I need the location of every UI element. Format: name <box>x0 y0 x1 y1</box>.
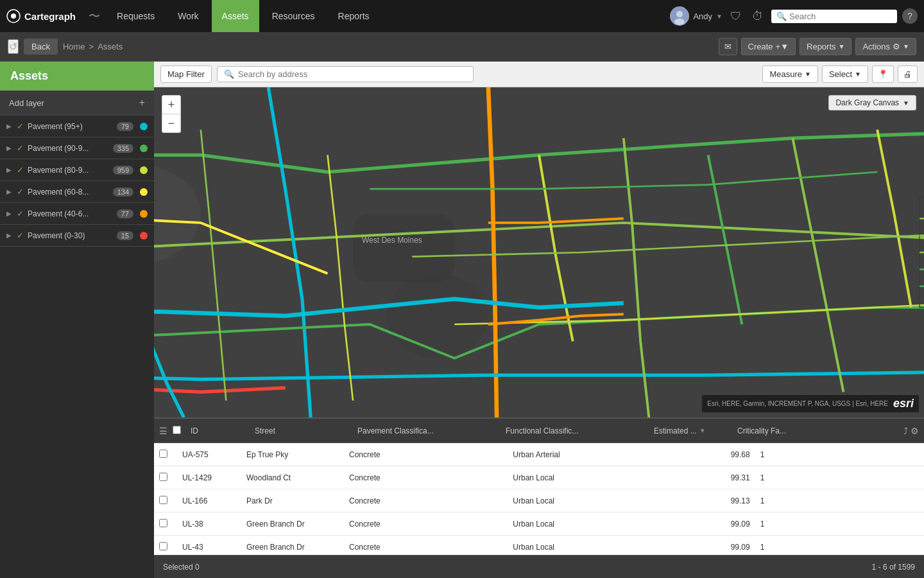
row-checkbox[interactable] <box>159 496 167 504</box>
print-button[interactable]: 🖨 <box>898 66 918 83</box>
export-icon[interactable]: ⤴ <box>903 426 908 436</box>
route-icon: 〜 <box>89 8 100 24</box>
map-filter-button[interactable]: Map Filter <box>160 66 212 83</box>
column-header-estimated[interactable]: Estimated ... ▼ <box>649 426 732 435</box>
map-toolbar: Map Filter 🔍 Measure ▼ Select ▼ 📍 🖨 <box>154 62 924 87</box>
table-rows: UA-575 Ep True Pky Concrete Urban Arteri… <box>154 443 924 555</box>
table-row[interactable]: UA-575 Ep True Pky Concrete Urban Arteri… <box>154 443 924 466</box>
history-icon[interactable]: ⏱ <box>749 10 766 23</box>
row-checkbox[interactable] <box>159 450 167 458</box>
notification-button[interactable]: ✉ <box>719 38 737 55</box>
table-row[interactable]: UL-43 Green Branch Dr Concrete Urban Loc… <box>154 536 924 555</box>
row-checkbox[interactable] <box>159 473 167 481</box>
nav-requests[interactable]: Requests <box>107 0 165 32</box>
zoom-controls: + − <box>162 95 181 133</box>
table-filter-icon[interactable]: ☰ <box>159 426 167 436</box>
map-svg <box>154 87 924 417</box>
layer-item[interactable]: ▶ ✓ Pavement (60-8... 134 <box>0 181 154 203</box>
shield-icon[interactable]: 🛡 <box>728 10 744 23</box>
layer-check-icon: ✓ <box>17 143 24 153</box>
layer-list: ▶ ✓ Pavement (95+) 79 ▶ ✓ Pavement (90-9… <box>0 116 154 247</box>
add-layer-button[interactable]: Add layer + <box>0 91 154 116</box>
svg-point-4 <box>674 19 685 25</box>
nav-assets[interactable]: Assets <box>212 0 259 32</box>
cell-pavement: Concrete <box>344 473 508 482</box>
cell-id: UL-166 <box>177 496 241 505</box>
nav-work[interactable]: Work <box>167 0 209 32</box>
cell-pavement: Concrete <box>344 496 508 505</box>
address-search-input[interactable] <box>238 69 466 79</box>
column-header-street[interactable]: Street <box>250 426 352 435</box>
cell-street: Park Dr <box>241 496 344 505</box>
cell-id: UL-38 <box>177 520 241 529</box>
layer-name: Pavement (95+) <box>28 122 113 131</box>
layer-color-dot <box>140 123 148 130</box>
sidebar: Assets Add layer + ▶ ✓ Pavement (95+) 79… <box>0 62 154 578</box>
layer-item[interactable]: ▶ ✓ Pavement (40-6... 77 <box>0 203 154 225</box>
layer-color-dot <box>140 144 148 152</box>
back-button[interactable]: Back <box>24 39 58 55</box>
layer-item[interactable]: ▶ ✓ Pavement (80-9... 959 <box>0 159 154 181</box>
table-header: ☰ ID Street Pavement Classifica... Funct… <box>154 419 924 443</box>
svg-point-7 <box>387 274 488 358</box>
search-input[interactable] <box>789 12 892 21</box>
measure-button[interactable]: Measure ▼ <box>762 66 817 83</box>
table-row[interactable]: UL-38 Green Branch Dr Concrete Urban Loc… <box>154 512 924 536</box>
esri-attribution: Esri, HERE, Garmin, INCREMENT P, NGA, US… <box>702 395 919 412</box>
column-header-criticality[interactable]: Criticality Fa... <box>732 426 880 435</box>
cell-street: Green Branch Dr <box>241 520 344 529</box>
row-checkbox[interactable] <box>159 542 167 550</box>
layer-color-dot <box>140 210 148 218</box>
nav-resources[interactable]: Resources <box>262 0 325 32</box>
layer-color-dot <box>140 166 148 174</box>
global-search-box[interactable]: 🔍 <box>771 10 897 23</box>
breadcrumb: Home > Assets <box>63 42 123 51</box>
cell-estimated: 99.31 <box>672 473 755 482</box>
location-icon: 📍 <box>878 69 888 79</box>
user-profile[interactable]: Andy ▼ <box>670 6 723 26</box>
layer-color-dot <box>140 232 148 240</box>
create-button[interactable]: Create +▼ <box>741 38 796 55</box>
actions-button[interactable]: Actions ⚙ ▼ <box>855 38 916 55</box>
row-checkbox[interactable] <box>159 519 167 527</box>
reports-dropdown-icon: ▼ <box>839 43 845 50</box>
cell-criticality: 1 <box>755 543 919 552</box>
breadcrumb-separator: > <box>89 42 94 51</box>
layer-item[interactable]: ▶ ✓ Pavement (90-9... 335 <box>0 137 154 159</box>
svg-point-1 <box>11 13 16 19</box>
select-all-checkbox[interactable] <box>173 426 181 434</box>
table-row[interactable]: UL-166 Park Dr Concrete Urban Local 99.1… <box>154 489 924 512</box>
breadcrumb-home[interactable]: Home <box>63 42 85 51</box>
address-search-box[interactable]: 🔍 <box>217 66 474 82</box>
column-header-pavement[interactable]: Pavement Classifica... <box>352 426 501 435</box>
svg-rect-8 <box>353 215 454 282</box>
map-container[interactable]: West Des Moines + − Dark Gray Canvas ▼ E… <box>154 87 924 417</box>
nav-reports[interactable]: Reports <box>328 0 380 32</box>
layer-count: 959 <box>113 166 133 175</box>
cell-criticality: 1 <box>755 450 919 459</box>
select-button[interactable]: Select ▼ <box>822 66 868 83</box>
cell-pavement: Concrete <box>344 450 508 459</box>
reports-button[interactable]: Reports ▼ <box>800 38 851 55</box>
cell-id: UL-1429 <box>177 473 241 482</box>
location-button[interactable]: 📍 <box>872 66 894 83</box>
measure-dropdown-icon: ▼ <box>805 71 811 78</box>
layer-name: Pavement (40-6... <box>28 209 113 218</box>
search-icon: 🔍 <box>776 12 787 21</box>
layer-item[interactable]: ▶ ✓ Pavement (0-30) 15 <box>0 225 154 247</box>
layer-item[interactable]: ▶ ✓ Pavement (95+) 79 <box>0 116 154 137</box>
column-header-functional[interactable]: Functional Classific... <box>501 426 649 435</box>
selected-count: Selected 0 <box>163 563 200 572</box>
print-icon: 🖨 <box>903 69 912 79</box>
column-settings-icon[interactable]: ⚙ <box>911 426 919 436</box>
basemap-selector[interactable]: Dark Gray Canvas ▼ <box>828 95 916 110</box>
cell-criticality: 1 <box>755 520 919 529</box>
zoom-in-button[interactable]: + <box>162 96 180 114</box>
refresh-button[interactable]: ↺ <box>8 39 19 54</box>
table-row[interactable]: UL-1429 Woodland Ct Concrete Urban Local… <box>154 466 924 489</box>
help-icon[interactable]: ? <box>902 8 918 24</box>
column-header-id[interactable]: ID <box>185 426 250 435</box>
avatar <box>670 6 689 26</box>
zoom-out-button[interactable]: − <box>162 114 180 132</box>
layer-count: 335 <box>113 144 133 153</box>
